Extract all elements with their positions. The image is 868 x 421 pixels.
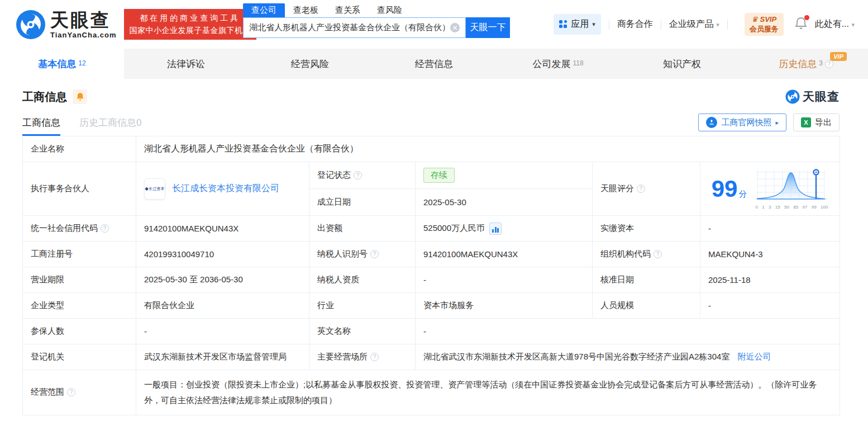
table-row: 参保人数 - 英文名称 - — [23, 319, 840, 344]
brand-logo[interactable]: 天眼查 TianYanCha.com — [16, 10, 117, 40]
reg-number-label: 工商注册号 — [23, 242, 136, 267]
insured-count-value: - — [136, 319, 309, 344]
company-name-label: 企业名称 — [23, 136, 136, 162]
subscribe-bell-icon[interactable] — [73, 89, 87, 104]
score-chart-ticks: 01 315 5085 9799 100 — [755, 205, 828, 210]
search-tabs: 查公司 查老板 查关系 查风险 — [243, 3, 510, 17]
establish-date-value: 2025-05-30 — [416, 189, 593, 216]
apps-grid-icon — [559, 20, 567, 29]
search-block: 查公司 查老板 查关系 查风险 湖北省人形机器人产业投资基金合伙企业（有限合伙）… — [243, 3, 510, 38]
enterprise-products-link[interactable]: 企业级产品 ▾ — [669, 18, 719, 30]
help-icon[interactable]: ? — [370, 353, 379, 361]
paid-capital-value: - — [700, 216, 840, 242]
tab-operation-risk[interactable]: 经营风险 — [248, 49, 372, 79]
brand-domain: TianYanCha.com — [50, 31, 117, 39]
search-tab-relation[interactable]: 查关系 — [327, 3, 369, 17]
search-tab-boss[interactable]: 查老板 — [285, 3, 327, 17]
stamp-icon — [706, 117, 717, 128]
table-row: 营业期限 2025-05-30 至 2036-05-30 纳税人资质 - 核准日… — [23, 267, 840, 293]
table-row: 经营范围? 一般项目：创业投资（限投资未上市企业）;以私募基金从事股权投资、投资… — [23, 370, 840, 415]
table-row: 企业名称 湖北省人形机器人产业投资基金合伙企业（有限合伙） — [23, 136, 840, 162]
partner-company-link[interactable]: 长江成长资本投资有限公司 — [172, 183, 279, 195]
partner-logo: ◆长江资本 — [144, 178, 165, 200]
business-scope-value: 一般项目：创业投资（限投资未上市企业）;以私募基金从事股权投资、投资管理、资产管… — [136, 370, 840, 415]
help-icon[interactable]: ? — [370, 250, 379, 258]
search-tab-company[interactable]: 查公司 — [243, 3, 285, 17]
taxpayer-id-value: 91420100MAEKQUN43X — [416, 242, 593, 267]
divider — [661, 20, 661, 30]
insured-count-label: 参保人数 — [23, 319, 136, 344]
notification-dot — [804, 15, 809, 20]
search-input[interactable]: 湖北省人形机器人产业投资基金合伙企业（有限合伙） ✕ — [243, 17, 466, 38]
search-input-value: 湖北省人形机器人产业投资基金合伙企业（有限合伙） — [249, 22, 450, 33]
help-icon[interactable]: ? — [637, 185, 645, 193]
table-row: 登记机关 武汉东湖新技术开发区市场监督管理局 主要经营场所? 湖北省武汉市东湖新… — [23, 344, 840, 370]
taxpayer-quality-label: 纳税人资质 — [309, 267, 416, 293]
export-button[interactable]: X 导出 — [793, 113, 840, 131]
tab-operation-info[interactable]: 经营信息 — [372, 49, 496, 79]
business-cooperation-link[interactable]: 商务合作 — [617, 18, 653, 30]
promo-line1: 都在用的商业查询工具 — [130, 12, 251, 25]
notification-bell-icon[interactable] — [795, 17, 807, 32]
help-icon[interactable]: ? — [654, 250, 662, 258]
help-icon[interactable]: ? — [67, 388, 75, 396]
official-snapshot-button[interactable]: 工商官网快照 ▸ — [698, 113, 786, 131]
chevron-down-icon: ▾ — [592, 21, 595, 28]
help-icon[interactable]: ? — [101, 224, 109, 233]
tianyancha-swirl-icon — [16, 10, 46, 40]
establish-date-label: 成立日期 — [309, 189, 416, 216]
divider — [609, 20, 609, 30]
business-term-label: 营业期限 — [23, 267, 136, 293]
vip-badge: VIP — [830, 52, 847, 61]
business-info-table: 企业名称 湖北省人形机器人产业投资基金合伙企业（有限合伙） 执行事务合伙人 ◆长… — [22, 136, 840, 415]
table-row: 执行事务合伙人 ◆长江资本 长江成长资本投资有限公司 登记状态? 存续 天眼评分… — [23, 162, 840, 189]
english-name-label: 英文名称 — [309, 319, 416, 344]
user-account-menu[interactable]: 此处有... ▾ — [815, 18, 855, 30]
brand-name: 天眼查 — [50, 11, 117, 29]
paid-capital-label: 实缴资本 — [593, 216, 700, 242]
approval-date-label: 核准日期 — [593, 267, 700, 293]
tab-legal-litigation[interactable]: 法律诉讼 — [124, 49, 248, 79]
taxpayer-id-label: 纳税人识别号? — [309, 242, 416, 267]
table-row: 统一社会信用代码? 91420100MAEKQUN43X 出资额 525000万… — [23, 216, 840, 242]
help-icon[interactable]: ? — [354, 171, 362, 179]
promo-banner: 都在用的商业查询工具 国家中小企业发展子基金旗下机构 — [124, 9, 257, 40]
score-distribution-chart: 01 315 5085 9799 100 — [755, 168, 828, 210]
staff-size-label: 人员规模 — [593, 293, 700, 319]
tab-basic-info[interactable]: 基本信息 12 — [0, 49, 124, 79]
svip-line2: 会员服务 — [750, 25, 779, 34]
tab-history-info[interactable]: VIP 历史信息 3 ? — [744, 49, 868, 79]
search-button[interactable]: 天眼一下 — [466, 17, 510, 38]
staff-size-value: - — [700, 293, 840, 319]
tab-intellectual-property[interactable]: 知识产权 — [620, 49, 744, 79]
english-name-value: - — [416, 319, 840, 344]
search-tab-risk[interactable]: 查风险 — [369, 3, 411, 17]
score-unit: 分 — [738, 189, 747, 198]
chevron-down-icon: ▾ — [716, 21, 719, 28]
subtab-business-info[interactable]: 工商信息 — [22, 116, 60, 136]
section-title: 工商信息 — [22, 89, 67, 105]
score-label: 天眼评分? — [593, 162, 700, 216]
executive-partner-label: 执行事务合伙人 — [23, 162, 136, 216]
nearby-companies-link[interactable]: 附近公司 — [738, 352, 771, 361]
svip-line1: ♛ SVIP — [750, 15, 779, 24]
watermark-logo: 天眼查 — [785, 89, 840, 105]
credit-code-label: 统一社会信用代码? — [23, 216, 136, 242]
capital-chart-icon[interactable] — [489, 223, 502, 235]
company-type-label: 企业类型 — [23, 293, 136, 319]
capital-value: 525000万人民币 — [416, 216, 593, 242]
org-code-label: 组织机构代码? — [593, 242, 700, 267]
reg-number-value: 420199310049710 — [136, 242, 309, 267]
score-value: 99 — [712, 176, 738, 202]
credit-code-value: 91420100MAEKQUN43X — [136, 216, 309, 242]
company-nav-tabs: 基本信息 12 法律诉讼 经营风险 经营信息 公司发展 118 知识产权 VIP… — [0, 49, 868, 79]
apps-menu[interactable]: 应用 ▾ — [554, 14, 601, 35]
capital-label: 出资额 — [309, 216, 416, 242]
reg-authority-label: 登记机关 — [23, 344, 136, 370]
reg-status-label: 登记状态? — [309, 162, 416, 189]
subtab-history-business-info[interactable]: 历史工商信息0 — [79, 116, 141, 136]
score-cell: 99分 — [700, 162, 840, 216]
clear-search-icon[interactable]: ✕ — [450, 23, 460, 32]
tab-company-development[interactable]: 公司发展 118 — [496, 49, 620, 79]
svip-member-button[interactable]: ♛ SVIP 会员服务 — [745, 13, 784, 36]
